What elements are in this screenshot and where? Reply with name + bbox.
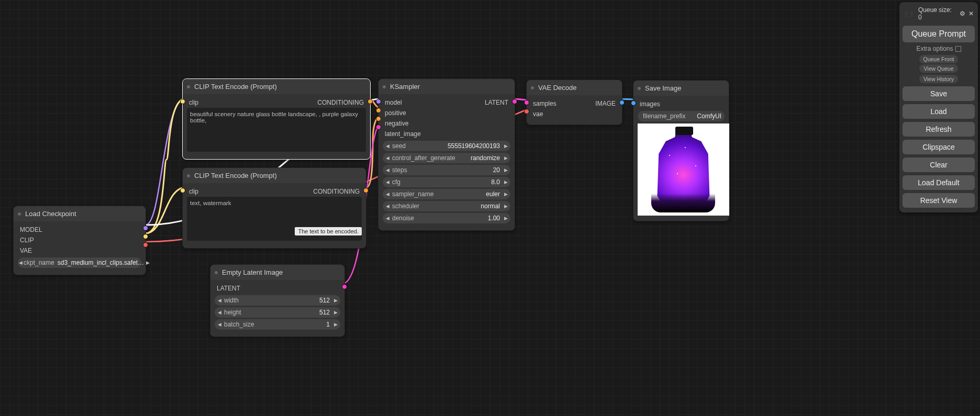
param-height[interactable]: ◀height512▶ [215,307,340,318]
param-width[interactable]: ◀width512▶ [215,295,340,306]
param-steps[interactable]: ◀steps20▶ [383,165,510,175]
chevron-left-icon[interactable]: ◀ [19,260,23,265]
param-seed[interactable]: ◀seed555519604200193▶ [383,141,510,151]
chevron-left-icon[interactable]: ◀ [216,322,223,327]
chevron-left-icon[interactable]: ◀ [384,179,391,185]
output-model: MODEL [20,226,42,233]
save-button[interactable]: Save [903,86,975,101]
chevron-right-icon[interactable]: ▶ [502,216,509,221]
chevron-right-icon[interactable]: ▶ [332,298,339,303]
node-title[interactable]: Save Image [633,81,729,96]
tooltip: The text to be encoded. [295,227,362,235]
output-image: IMAGE [595,100,616,107]
extra-options-label: Extra options [916,45,953,52]
input-model: model [385,99,402,106]
node-vae-decode[interactable]: VAE Decode samples IMAGE vae [526,80,622,125]
node-title[interactable]: CLIP Text Encode (Prompt) [183,79,370,94]
node-ksampler[interactable]: KSampler model LATENT positive negative … [378,78,515,231]
node-save-image[interactable]: Save Image images filename_prefix ComfyU… [633,80,729,221]
clipspace-button[interactable]: Clipspace [903,140,975,154]
output-conditioning: CONDITIONING [317,99,364,106]
param-filename-prefix[interactable]: filename_prefix ComfyUI [638,111,725,121]
output-vae: VAE [20,247,32,254]
chevron-left-icon[interactable]: ◀ [384,167,391,173]
clear-button[interactable]: Clear [903,158,975,172]
chevron-left-icon[interactable]: ◀ [216,298,223,303]
node-title[interactable]: VAE Decode [527,80,622,95]
node-title[interactable]: CLIP Text Encode (Prompt) [183,168,366,183]
node-clip-text-encode-positive[interactable]: CLIP Text Encode (Prompt) clip CONDITION… [182,78,371,160]
output-clip: CLIP [20,237,34,244]
chevron-left-icon[interactable]: ◀ [384,204,391,209]
view-queue-button[interactable]: View Queue [919,64,957,73]
output-latent: LATENT [485,99,508,106]
chevron-right-icon[interactable]: ▶ [502,204,509,209]
input-images: images [640,100,660,108]
chevron-left-icon[interactable]: ◀ [384,192,391,197]
chevron-right-icon[interactable]: ▶ [502,167,509,173]
chevron-right-icon[interactable]: ▶ [502,192,509,197]
load-default-button[interactable]: Load Default [903,175,975,190]
input-negative: negative [385,120,408,127]
view-history-button[interactable]: View History [919,75,958,83]
queue-size-label: Queue size: 0 [918,6,956,21]
node-title[interactable]: Load Checkpoint [14,206,146,221]
chevron-right-icon[interactable]: ▶ [502,179,509,185]
chevron-right-icon[interactable]: ▶ [146,260,150,265]
input-clip: clip [189,188,198,195]
chevron-right-icon[interactable]: ▶ [332,310,339,315]
node-clip-text-encode-negative[interactable]: CLIP Text Encode (Prompt) clip CONDITION… [182,167,366,249]
close-icon[interactable]: ✕ [968,10,974,17]
param-cfg[interactable]: ◀cfg8.0▶ [383,177,510,187]
input-positive: positive [385,109,406,117]
drag-handle-icon[interactable]: ⋮⋮ [904,11,915,17]
gear-icon[interactable]: ⚙ [960,10,965,17]
chevron-left-icon[interactable]: ◀ [384,216,391,221]
load-button[interactable]: Load [903,104,975,119]
chevron-left-icon[interactable]: ◀ [384,143,391,149]
chevron-right-icon[interactable]: ▶ [502,143,509,149]
node-title[interactable]: KSampler [378,79,515,94]
queue-prompt-button[interactable]: Queue Prompt [903,26,975,42]
param-ckpt-name[interactable]: ◀ ckpt_name sd3_medium_incl_clips.safet…… [18,257,141,268]
reset-view-button[interactable]: Reset View [903,193,975,208]
node-empty-latent-image[interactable]: Empty Latent Image LATENT ◀width512▶◀hei… [210,264,345,337]
param-control_after_generate[interactable]: ◀control_after_generaterandomize▶ [383,153,510,163]
queue-front-button[interactable]: Queue Front [919,55,959,63]
param-batch_size[interactable]: ◀batch_size1▶ [215,319,340,330]
chevron-right-icon[interactable]: ▶ [502,155,509,161]
input-vae: vae [533,110,543,118]
chevron-left-icon[interactable]: ◀ [216,310,223,315]
control-panel[interactable]: ⋮⋮ Queue size: 0 ⚙ ✕ Queue Prompt Extra … [899,2,978,212]
refresh-button[interactable]: Refresh [903,122,975,137]
node-load-checkpoint[interactable]: Load Checkpoint MODEL CLIP VAE ◀ ckpt_na… [13,206,146,275]
output-latent: LATENT [217,285,240,292]
extra-options-checkbox[interactable] [955,46,961,52]
param-sampler_name[interactable]: ◀sampler_nameeuler▶ [383,189,510,199]
input-clip: clip [189,99,198,106]
chevron-right-icon[interactable]: ▶ [332,322,339,327]
input-samples: samples [533,100,556,107]
output-preview-image[interactable] [638,123,729,216]
param-denoise[interactable]: ◀denoise1.00▶ [383,213,510,223]
param-scheduler[interactable]: ◀schedulernormal▶ [383,201,510,211]
chevron-left-icon[interactable]: ◀ [384,155,391,161]
node-title[interactable]: Empty Latent Image [210,265,344,280]
input-latent-image: latent_image [385,130,421,138]
output-conditioning: CONDITIONING [313,188,360,195]
prompt-textarea[interactable] [187,108,366,152]
